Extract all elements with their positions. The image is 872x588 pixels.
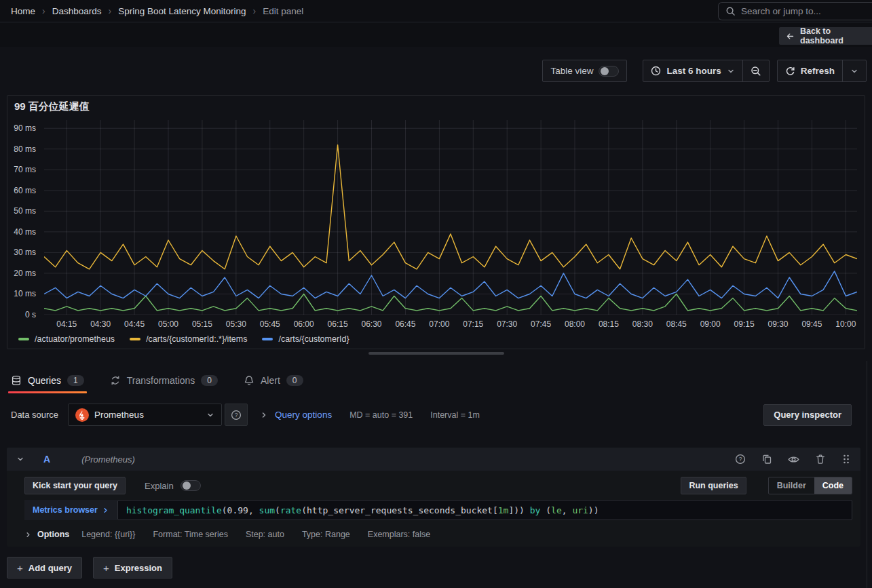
- y-tick-label: 0 s: [25, 310, 36, 319]
- chart-plot-area[interactable]: [44, 120, 857, 315]
- chevron-down-icon: [850, 67, 858, 75]
- breadcrumb-dashboard-title[interactable]: Spring Boot Latency Monitoring: [118, 6, 246, 16]
- help-circle-icon: ?: [231, 410, 242, 420]
- time-range-picker-button[interactable]: Last 6 hours: [643, 60, 742, 81]
- legend-item[interactable]: /actuator/prometheus: [18, 334, 115, 344]
- hide-query-eye-icon[interactable]: [788, 454, 799, 465]
- x-tick-label: 09:15: [734, 319, 755, 329]
- add-expression-button[interactable]: + Expression: [93, 557, 172, 579]
- tab-transformations[interactable]: Transformations 0: [107, 372, 221, 393]
- legend-label: /carts/{customerId:.*}/items: [146, 334, 247, 344]
- datasource-name: Prometheus: [94, 410, 201, 420]
- x-tick-label: 09:00: [700, 319, 721, 329]
- option-exemplars: Exemplars: false: [368, 530, 430, 539]
- query-row-header[interactable]: A (Prometheus) ?: [7, 448, 860, 471]
- editor-tabs: Queries 1 Transformations 0 Alert 0: [8, 372, 306, 393]
- y-tick-label: 10 ms: [14, 289, 36, 298]
- table-view-toggle[interactable]: Table view: [543, 60, 626, 81]
- plus-icon: +: [17, 562, 23, 574]
- table-view-label: Table view: [550, 66, 593, 76]
- breadcrumb-edit-panel: Edit panel: [263, 6, 303, 16]
- chevron-right-icon[interactable]: [24, 531, 32, 538]
- y-tick-label: 40 ms: [14, 227, 36, 237]
- zoom-out-time-range-button[interactable]: [742, 60, 769, 81]
- tab-queries[interactable]: Queries 1: [8, 372, 87, 393]
- legend-label: /actuator/prometheus: [35, 334, 115, 344]
- duplicate-query-icon[interactable]: [761, 454, 772, 465]
- legend-item[interactable]: /carts/{customerId:.*}/items: [130, 334, 247, 344]
- promql-token: [: [493, 505, 498, 515]
- refresh-button[interactable]: Refresh: [778, 60, 842, 81]
- x-tick-label: 04:45: [124, 319, 145, 329]
- search-input[interactable]: Search or jump to...: [718, 2, 872, 20]
- delete-query-trash-icon[interactable]: [815, 454, 826, 465]
- query-editor-card: A (Prometheus) ?: [7, 448, 860, 547]
- breadcrumb-home[interactable]: Home: [11, 6, 35, 16]
- option-step: Step: auto: [246, 530, 284, 539]
- code-mode-option[interactable]: Code: [814, 477, 852, 494]
- x-tick-label: 04:30: [90, 319, 111, 329]
- legend-item[interactable]: /carts/{customerId}: [262, 334, 349, 344]
- back-to-dashboard-label: Back to dashboard: [800, 26, 871, 45]
- refresh-interval-dropdown[interactable]: [842, 60, 866, 81]
- x-tick-label: 04:15: [56, 319, 77, 329]
- pane-resize-handle[interactable]: [368, 352, 504, 355]
- promql-token: by: [530, 505, 541, 515]
- time-series-chart[interactable]: [44, 120, 857, 315]
- datasource-help-button[interactable]: ?: [225, 404, 248, 426]
- legend-swatch: [18, 338, 29, 340]
- x-tick-label: 07:45: [531, 319, 551, 329]
- query-inspector-button[interactable]: Query inspector: [763, 404, 852, 426]
- back-to-dashboard-button[interactable]: Back to dashboard: [779, 27, 872, 45]
- svg-text:?: ?: [235, 412, 238, 418]
- breadcrumb-dashboards[interactable]: Dashboards: [52, 6, 102, 16]
- x-tick-label: 06:15: [328, 319, 348, 329]
- zoom-out-icon: [751, 66, 761, 77]
- metrics-browser-toggle[interactable]: Metrics browser: [24, 500, 117, 520]
- options-pane-divider[interactable]: [867, 361, 867, 588]
- table-view-switch[interactable]: [599, 66, 619, 77]
- drag-handle-icon[interactable]: [841, 454, 851, 465]
- run-queries-button[interactable]: Run queries: [681, 477, 746, 494]
- metrics-browser-label: Metrics browser: [33, 505, 98, 515]
- top-nav-bar: Home › Dashboards › Spring Boot Latency …: [0, 0, 872, 22]
- editor-mode-switcher: Builder Code: [768, 477, 852, 494]
- y-tick-label: 90 ms: [14, 123, 36, 133]
- query-options-toggle[interactable]: Query options: [275, 410, 332, 420]
- chevron-down-icon: [727, 67, 735, 75]
- datasource-picker[interactable]: Prometheus: [68, 404, 222, 426]
- search-placeholder: Search or jump to...: [741, 6, 821, 16]
- tab-alert[interactable]: Alert 0: [241, 372, 305, 393]
- promql-token: 1m: [498, 505, 509, 515]
- promql-token: (: [222, 505, 227, 515]
- query-toolbar-row: Kick start your query Explain Run querie…: [24, 476, 852, 495]
- add-query-button[interactable]: + Add query: [7, 557, 82, 579]
- prometheus-logo-icon: [75, 408, 89, 422]
- promql-token: http_server_requests_seconds_bucket: [307, 505, 493, 515]
- collapse-chevron-icon[interactable]: [16, 455, 24, 463]
- x-tick-label: 08:00: [565, 319, 585, 329]
- breadcrumb-separator: ›: [42, 5, 45, 16]
- explain-switch[interactable]: [181, 480, 201, 491]
- sub-header-bar: [0, 23, 872, 47]
- tab-transformations-count: 0: [201, 375, 218, 386]
- add-expression-label: Expression: [115, 563, 162, 573]
- panel-title: 99 百分位延遲值: [14, 100, 90, 113]
- chevron-right-icon[interactable]: [260, 411, 268, 419]
- kick-start-query-button[interactable]: Kick start your query: [24, 477, 126, 494]
- y-tick-label: 70 ms: [14, 165, 36, 174]
- promql-token: ,: [248, 505, 259, 515]
- tab-alert-label: Alert: [261, 375, 280, 386]
- builder-mode-option[interactable]: Builder: [769, 477, 814, 494]
- max-data-points-text: MD = auto = 391: [349, 410, 413, 420]
- query-ref-id[interactable]: A: [43, 454, 50, 465]
- search-icon: [725, 6, 736, 16]
- x-tick-label: 08:30: [632, 319, 653, 329]
- x-tick-label: 09:45: [801, 319, 822, 329]
- help-circle-icon[interactable]: ?: [735, 454, 746, 465]
- promql-token: 0.99: [227, 505, 248, 515]
- options-toggle[interactable]: Options: [37, 530, 69, 539]
- query-options-summary-row: Options Legend: {{uri}} Format: Time ser…: [24, 526, 852, 543]
- promql-expression-input[interactable]: histogram_quantile(0.99, sum(rate(http_s…: [117, 500, 852, 520]
- clock-icon: [651, 66, 661, 76]
